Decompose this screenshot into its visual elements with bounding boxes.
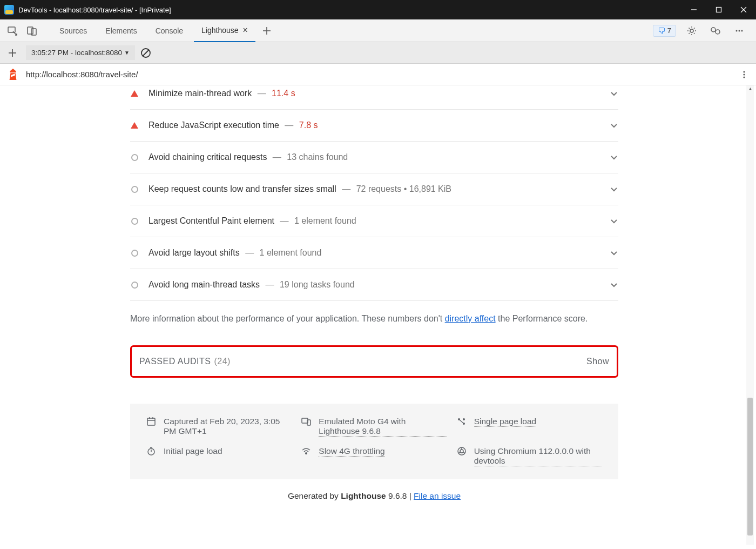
audit-row[interactable]: Keep request counts low and transfer siz… [130,173,618,205]
passed-audits-label: PASSED AUDITS [139,357,211,366]
svg-point-36 [460,450,463,453]
info-circle-icon [130,154,139,161]
minimize-button[interactable] [681,0,706,19]
chevron-down-icon[interactable] [610,121,618,130]
settings-gear-icon[interactable] [684,23,700,39]
audit-metric: 1 element found [292,216,356,225]
devtools-tabs-bar: Sources Elements Console Lighthouse × 🗨 … [0,19,756,42]
lighthouse-icon [8,69,18,81]
show-button[interactable]: Show [586,357,609,366]
vertical-scrollbar[interactable]: ▴ [746,85,754,545]
chevron-down-icon[interactable] [610,185,618,193]
report-footer: Generated by Lighthouse 9.6.8 | File an … [130,479,618,506]
svg-line-18 [143,50,149,56]
file-issue-link[interactable]: File an issue [414,491,461,500]
warning-triangle-icon [130,122,139,129]
audit-title: Avoid long main-thread tasks [148,280,260,289]
svg-point-20 [743,73,745,75]
chromium-version: Using Chromium 112.0.0.0 with devtools [474,446,602,466]
throttling: Slow 4G throttling [319,446,384,457]
svg-point-29 [463,418,465,420]
report-menu-icon[interactable] [740,70,748,79]
svg-rect-4 [8,27,15,32]
chevron-down-icon[interactable] [610,249,618,257]
runtime-settings: Captured at Feb 20, 2023, 3:05 PM GMT+1 … [130,404,618,479]
audit-row[interactable]: Reduce JavaScript execution time — 7.8 s [130,110,618,142]
emulated-device: Emulated Moto G4 with Lighthouse 9.6.8 [319,417,447,437]
chevron-down-icon[interactable] [610,280,618,289]
new-report-button[interactable] [4,45,21,61]
calendar-icon [146,417,156,426]
diagnostics-info: More information about the performance o… [130,301,618,330]
svg-point-10 [711,28,716,32]
scrollbar-thumb[interactable] [747,398,753,535]
audit-row[interactable]: Minimize main-thread work — 11.4 s [130,85,618,110]
svg-rect-1 [717,8,721,12]
caret-down-icon: ▼ [124,50,130,56]
report-selector-dropdown[interactable]: 3:05:27 PM - localhost:8080 ▼ [26,45,135,60]
audit-title: Avoid chaining critical requests [148,152,267,162]
audit-title: Largest Contentful Paint element [148,216,274,225]
audit-row[interactable]: Avoid chaining critical requests — 13 ch… [130,142,618,173]
warning-triangle-icon [130,90,139,97]
report-viewport: Minimize main-thread work — 11.4 sReduce… [4,85,744,545]
tab-sources[interactable]: Sources [52,19,94,42]
svg-point-12 [736,30,738,31]
passed-audits-toggle[interactable]: PASSED AUDITS (24) Show [130,345,618,378]
device-toolbar-icon[interactable] [24,23,40,39]
info-circle-icon [130,282,139,289]
svg-rect-22 [147,418,155,425]
maximize-button[interactable] [706,0,731,19]
info-circle-icon [130,186,139,193]
report-url: http://localhost:8080/travel-site/ [26,70,732,79]
close-button[interactable] [731,0,756,19]
audit-metric: 1 element found [257,248,321,257]
scroll-up-arrow-icon[interactable]: ▴ [746,85,754,91]
report-url-bar: http://localhost:8080/travel-site/ [0,64,756,85]
clear-report-button[interactable] [140,48,151,58]
svg-rect-5 [28,27,33,34]
svg-point-9 [690,29,693,32]
tab-lighthouse[interactable]: Lighthouse × [194,19,255,42]
audit-title: Avoid large layout shifts [148,248,240,257]
initial-page-load: Initial page load [164,446,222,456]
tab-console[interactable]: Console [148,19,191,42]
audit-metric: 11.4 s [269,89,295,98]
close-icon[interactable]: × [243,25,248,35]
audit-row[interactable]: Largest Contentful Paint element — 1 ele… [130,205,618,237]
chrome-icon [457,446,467,456]
audit-title: Reduce JavaScript execution time [148,120,279,130]
device-icon [301,417,311,426]
kebab-menu-icon[interactable] [731,23,747,39]
chevron-down-icon[interactable] [610,153,618,162]
app-icon [4,5,14,15]
captured-at: Captured at Feb 20, 2023, 3:05 PM GMT+1 [164,417,292,436]
chat-icon: 🗨 [658,26,665,35]
info-circle-icon [130,218,139,225]
audit-metric: 19 long tasks found [278,280,355,289]
chevron-down-icon[interactable] [610,89,618,98]
audit-metric: 72 requests • 16,891 KiB [354,184,451,193]
stopwatch-icon [146,446,156,456]
svg-point-21 [743,76,745,78]
directly-affect-link[interactable]: directly affect [445,314,496,323]
single-page-load: Single page load [474,417,537,427]
svg-point-19 [743,71,745,72]
audit-row[interactable]: Avoid large layout shifts — 1 element fo… [130,237,618,269]
inspect-element-icon[interactable] [4,23,21,39]
audit-metric: 13 chains found [285,152,348,162]
tab-elements[interactable]: Elements [98,19,144,42]
issues-badge[interactable]: 🗨 7 [653,25,676,37]
passed-audits-count: (24) [214,357,230,366]
audit-row[interactable]: Avoid long main-thread tasks — 19 long t… [130,269,618,301]
audit-metric: 7.8 s [296,120,318,130]
svg-point-11 [716,30,720,34]
chevron-down-icon[interactable] [610,217,618,225]
more-tabs-button[interactable] [259,23,275,39]
wifi-icon [301,446,311,456]
lighthouse-toolbar: 3:05:27 PM - localhost:8080 ▼ [0,42,756,64]
experiments-icon[interactable] [707,23,724,39]
window-title: DevTools - localhost:8080/travel-site/ -… [18,6,171,14]
svg-point-14 [741,30,743,31]
network-icon [457,417,467,426]
